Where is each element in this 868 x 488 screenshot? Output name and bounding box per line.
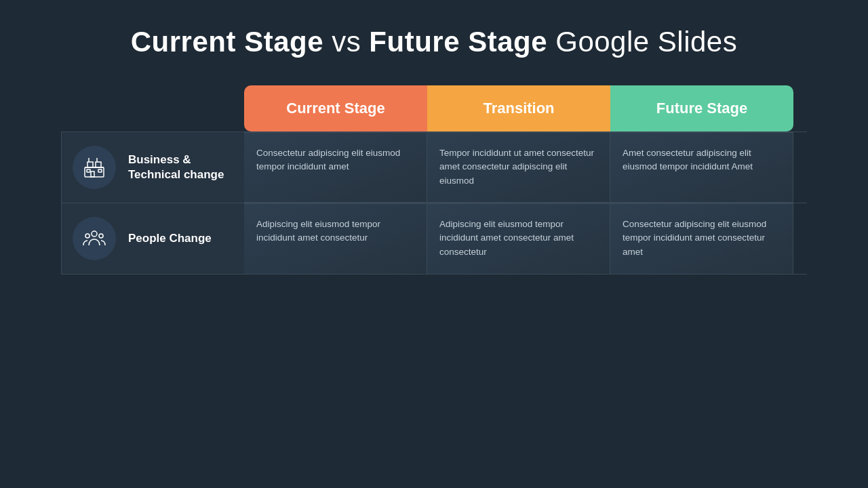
svg-rect-8: [98, 169, 102, 172]
svg-point-9: [92, 231, 97, 237]
business-future-cell: Amet consectetur adipiscing elit eiusmod…: [610, 132, 793, 203]
title-future-stage: Future Stage: [369, 26, 547, 58]
svg-point-11: [99, 234, 103, 238]
people-current-cell: Adipiscing elit eiusmod tempor incididun…: [244, 203, 427, 274]
title-connector: vs: [323, 26, 369, 58]
svg-rect-2: [96, 162, 101, 167]
table-row: Business & Technical change Consectetur …: [61, 131, 807, 203]
business-label: Business & Technical change: [128, 152, 224, 182]
people-label: People Change: [128, 231, 212, 246]
business-current-cell: Consectetur adipiscing elit eiusmod temp…: [244, 132, 427, 203]
factory-icon-circle: [73, 146, 116, 189]
people-icon: [82, 226, 106, 251]
title-current-stage: Current Stage: [131, 26, 323, 58]
row-label-people: People Change: [61, 203, 244, 274]
people-icon-circle: [73, 217, 116, 260]
table-row: People Change Adipiscing elit eiusmod te…: [61, 203, 807, 274]
title-suffix: Google Slides: [547, 26, 737, 58]
svg-rect-4: [91, 171, 94, 177]
svg-rect-7: [87, 169, 90, 172]
row-label-business: Business & Technical change: [61, 132, 244, 203]
people-transition-cell: Adipiscing elit eiusmod tempor incididun…: [427, 203, 610, 274]
factory-icon: [82, 155, 106, 180]
header-current-stage: Current Stage: [244, 85, 427, 131]
comparison-table: Current Stage Transition Future Stage: [61, 85, 807, 274]
people-future-cell: Consectetur adipiscing elit eiusmod temp…: [610, 203, 793, 274]
header-transition: Transition: [427, 85, 610, 131]
header-future-stage: Future Stage: [610, 85, 793, 131]
title-section: Current Stage vs Future Stage Google Sli…: [0, 0, 868, 72]
table-header: Current Stage Transition Future Stage: [244, 85, 807, 131]
svg-rect-1: [87, 162, 93, 167]
business-transition-cell: Tempor incididunt ut amet consectetur am…: [427, 132, 610, 203]
svg-point-10: [85, 234, 90, 238]
